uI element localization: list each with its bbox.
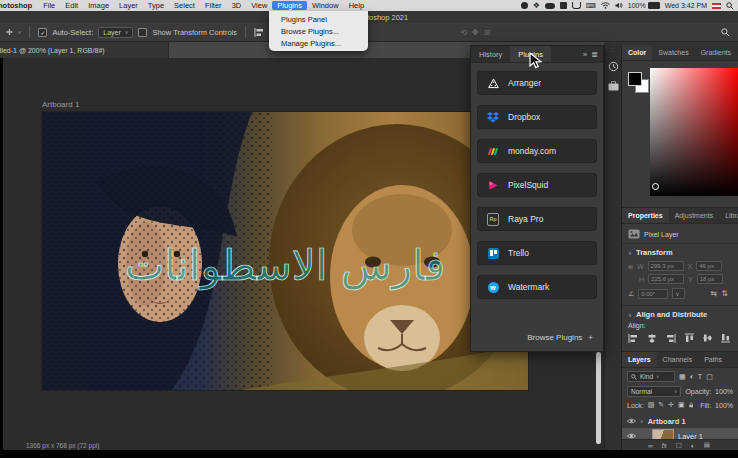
menu-select[interactable]: Select [169,1,200,10]
layer-mask-icon[interactable]: ▢ [676,441,682,449]
3d-scale-icon[interactable]: ⊞ [484,28,491,37]
filter-shape-icon[interactable]: ▢ [706,373,713,381]
menu-filter[interactable]: Filter [200,1,227,10]
align-top-edges-icon[interactable] [685,333,694,343]
tab-adjustments[interactable]: Adjustments [669,208,720,223]
artboard-label[interactable]: Artboard 1 [42,100,79,109]
x-field[interactable]: 46 px [696,261,722,271]
new-group-icon[interactable]: ▤ [704,441,710,449]
show-transform-checkbox[interactable] [138,28,147,37]
chevron-down-icon[interactable]: ∨ [640,418,644,424]
status-square-icon[interactable] [560,2,567,9]
lock-position-icon[interactable]: ✛ [668,401,674,409]
angle-field[interactable]: 0.00° [638,289,668,299]
opacity-value[interactable]: 100% [715,388,733,395]
tab-color[interactable]: Color [622,45,652,60]
menubar-clock[interactable]: Wed 3:42 PM [665,2,707,9]
link-layers-icon[interactable]: ∞ [648,442,653,449]
align-bottom-edges-icon[interactable] [721,333,730,343]
canvas-vertical-scrollbar[interactable] [596,352,601,444]
menu-item-plugins-panel[interactable]: Plugins Panel [269,13,368,25]
move-tool-icon[interactable]: ✛ [6,28,13,37]
color-picker-field[interactable] [650,68,738,196]
plugin-watermark[interactable]: w Watermark [478,276,596,298]
lock-paint-icon[interactable]: ✎ [658,401,664,409]
menu-item-manage-plugins[interactable]: Manage Plugins... [269,37,368,49]
align-left-edges-icon[interactable] [628,334,638,343]
blend-mode-dropdown[interactable]: Normal ∨ [627,386,681,397]
spotlight-icon[interactable] [726,2,734,10]
layer-row-artboard[interactable]: ∨ Artboard 1 [622,414,738,428]
fill-value[interactable]: 100% [715,402,733,409]
align-right-edges-icon[interactable] [666,334,676,343]
angle-dropdown[interactable]: ∨ [672,288,685,299]
status-app-icon[interactable] [521,2,528,9]
collapsed-libraries-icon[interactable] [606,79,620,93]
transform-section-header[interactable]: ∨ Transform [622,248,738,257]
auto-select-checkbox[interactable]: ✓ [38,28,47,37]
menu-3d[interactable]: 3D [227,1,247,10]
layer-filter-dropdown[interactable]: Kind ∨ [627,371,675,382]
dock-handle[interactable]: ∷ [611,46,616,53]
status-pill-icon[interactable] [545,3,555,9]
tab-libraries[interactable]: Libraries [719,208,738,223]
tab-gradients[interactable]: Gradients [695,45,737,60]
lock-transparency-icon[interactable]: ▨ [648,401,655,409]
input-language-flag-icon[interactable] [712,3,721,9]
align-section-header[interactable]: ∨ Align and Distribute [622,310,738,319]
tool-preset-chevron-icon[interactable]: ∨ [18,29,22,35]
y-field[interactable]: 18 px [697,274,723,284]
flip-vertical-icon[interactable]: ⇅ [721,289,728,298]
flip-horizontal-icon[interactable]: ⇆ [711,289,718,298]
align-horizontal-centers-icon[interactable] [647,334,657,343]
volume-icon[interactable] [615,2,623,9]
menu-file[interactable]: File [38,1,60,10]
menu-edit[interactable]: Edit [60,1,83,10]
menu-help[interactable]: Help [344,1,369,10]
menu-item-browse-plugins[interactable]: Browse Plugins... [269,25,368,37]
align-vertical-centers-icon[interactable] [703,333,712,343]
filter-type-icon[interactable]: T [698,373,702,380]
filter-pixel-icon[interactable]: ▦ [679,373,686,381]
plugin-dropbox[interactable]: Dropbox [478,106,596,128]
plugin-rayapro[interactable]: Rp Raya Pro [478,208,596,230]
panel-menu-icon[interactable]: ≣ [591,50,598,59]
tab-channels[interactable]: Channels [657,352,699,367]
color-picker-handle[interactable] [652,183,659,190]
foreground-color-swatch[interactable] [628,72,642,86]
lock-artboard-icon[interactable]: ▣ [678,401,685,409]
collapsed-history-icon[interactable] [606,59,620,73]
app-menu-label[interactable]: Photoshop [0,1,38,10]
browse-plugins-link[interactable]: Browse Plugins + [527,333,593,342]
keyboard-icon[interactable]: ⌨ [586,2,596,10]
link-dimensions-icon[interactable]: ∞ [628,263,633,270]
plugin-trello[interactable]: Trello [478,242,596,264]
tab-swatches[interactable]: Swatches [652,45,694,60]
battery-indicator[interactable]: 100% [628,2,660,9]
status-u-icon[interactable] [572,2,581,9]
auto-select-dropdown[interactable]: Layer ∨ [98,27,133,38]
layer-effects-icon[interactable]: fx [662,442,667,449]
filter-adjustment-icon[interactable]: ◐ [690,373,694,380]
document-tab[interactable]: Untitled-1 @ 200% (Layer 1, RGB/8#) [0,42,169,58]
menu-layer[interactable]: Layer [114,1,143,10]
canvas-image[interactable]: فارس الاسطوانات [42,112,528,390]
height-field[interactable]: 225.6 px [648,274,684,284]
menu-image[interactable]: Image [83,1,114,10]
adjustment-layer-icon[interactable]: ◐ [691,442,695,449]
menu-plugins[interactable]: Plugins [272,1,307,10]
tab-history[interactable]: History [471,46,510,62]
visibility-eye-icon[interactable] [627,418,636,424]
align-left-edges-icon[interactable] [254,28,264,37]
plugin-pixelsquid[interactable]: PixelSquid [478,174,596,196]
lock-all-icon[interactable] [689,401,693,409]
search-icon[interactable] [721,28,730,37]
menu-type[interactable]: Type [143,1,169,10]
tab-paths[interactable]: Paths [698,352,728,367]
width-field[interactable]: 299.3 px [648,261,684,271]
collapse-panel-icon[interactable]: » [583,50,587,59]
menu-view[interactable]: View [246,1,272,10]
creative-cloud-icon[interactable]: ❖ [533,2,540,9]
menu-window[interactable]: Window [307,1,344,10]
tab-layers[interactable]: Layers [622,352,657,367]
